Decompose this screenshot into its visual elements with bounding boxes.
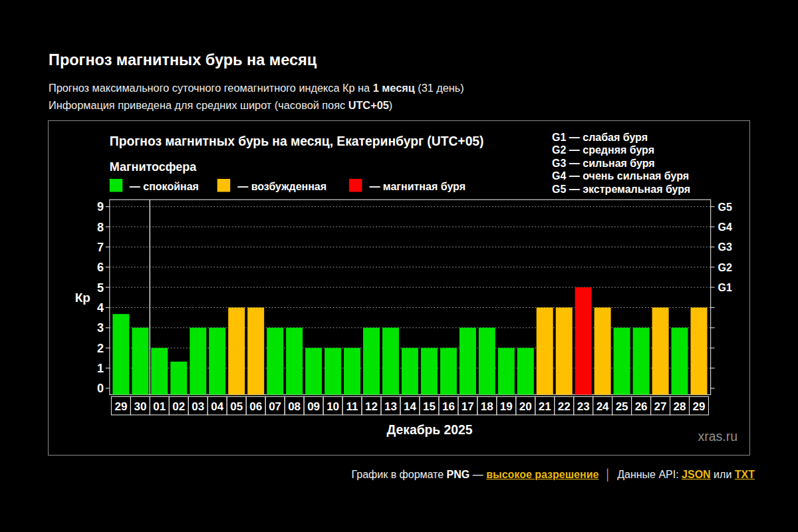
svg-text:2: 2 <box>97 342 104 355</box>
svg-text:11: 11 <box>346 400 358 413</box>
svg-text:G4: G4 <box>718 221 732 233</box>
svg-text:4: 4 <box>97 301 104 315</box>
svg-text:Магнитосфера: Магнитосфера <box>110 160 198 174</box>
svg-text:02: 02 <box>172 400 185 413</box>
svg-text:G3: G3 <box>718 241 732 253</box>
svg-text:24: 24 <box>597 400 609 413</box>
svg-text:22: 22 <box>558 400 571 413</box>
svg-text:28: 28 <box>674 400 686 413</box>
svg-text:29: 29 <box>693 400 706 413</box>
svg-text:7: 7 <box>97 241 104 254</box>
svg-text:04: 04 <box>211 400 223 413</box>
svg-text:1: 1 <box>97 362 104 375</box>
svg-text:G1: G1 <box>718 282 732 293</box>
svg-text:27: 27 <box>654 400 667 413</box>
svg-text:03: 03 <box>192 400 204 413</box>
svg-text:G2: G2 <box>718 262 732 273</box>
svg-text:— магнитная буря: — магнитная буря <box>369 181 466 192</box>
svg-text:20: 20 <box>519 400 532 413</box>
svg-text:G5: G5 <box>718 201 732 213</box>
svg-text:29: 29 <box>114 400 127 413</box>
svg-text:Декабрь 2025: Декабрь 2025 <box>387 423 473 437</box>
svg-text:Кр: Кр <box>75 291 90 305</box>
svg-text:G3 — сильная буря: G3 — сильная буря <box>552 158 655 169</box>
svg-text:6: 6 <box>97 261 104 274</box>
svg-text:— спокойная: — спокойная <box>130 181 199 192</box>
svg-text:06: 06 <box>249 400 262 413</box>
svg-text:05: 05 <box>230 400 243 413</box>
svg-text:10: 10 <box>327 400 339 413</box>
svg-text:01: 01 <box>153 400 166 413</box>
svg-text:26: 26 <box>635 400 648 413</box>
svg-text:19: 19 <box>500 400 513 413</box>
svg-text:16: 16 <box>442 400 455 413</box>
svg-text:12: 12 <box>365 400 378 413</box>
svg-text:18: 18 <box>481 400 493 413</box>
svg-text:23: 23 <box>577 400 590 413</box>
svg-text:09: 09 <box>307 400 320 413</box>
svg-text:07: 07 <box>269 400 281 413</box>
svg-text:G4 — очень сильная буря: G4 — очень сильная буря <box>552 170 689 182</box>
svg-text:25: 25 <box>616 400 628 413</box>
svg-text:15: 15 <box>423 400 436 413</box>
svg-text:G1 — слабая буря: G1 — слабая буря <box>552 132 648 143</box>
svg-text:14: 14 <box>404 400 416 413</box>
svg-text:30: 30 <box>134 400 146 413</box>
svg-text:9: 9 <box>97 200 104 213</box>
svg-text:17: 17 <box>462 400 474 413</box>
svg-text:5: 5 <box>97 281 104 295</box>
svg-text:8: 8 <box>97 221 104 234</box>
svg-text:21: 21 <box>539 400 551 413</box>
svg-text:G2 — средняя буря: G2 — средняя буря <box>552 144 654 156</box>
svg-text:Прогноз магнитных бурь на меся: Прогноз магнитных бурь на месяц, Екатери… <box>110 134 484 148</box>
svg-text:xras.ru: xras.ru <box>698 429 737 444</box>
svg-text:— возбужденная: — возбужденная <box>237 181 327 192</box>
svg-text:3: 3 <box>97 321 104 334</box>
svg-text:08: 08 <box>288 400 301 413</box>
svg-text:G5 — экстремальная буря: G5 — экстремальная буря <box>552 184 690 195</box>
svg-text:0: 0 <box>97 382 104 395</box>
svg-text:13: 13 <box>384 400 397 413</box>
